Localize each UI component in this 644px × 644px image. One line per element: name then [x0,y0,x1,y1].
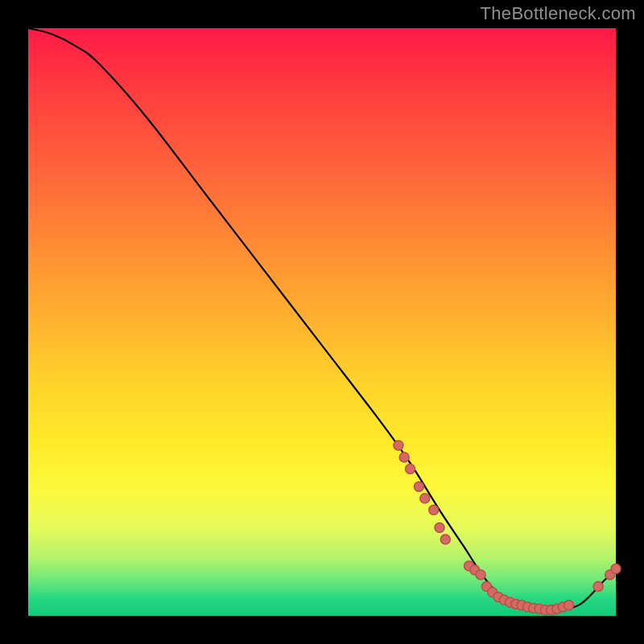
data-marker [435,523,444,533]
chart-svg [28,28,616,616]
data-marker [414,481,423,491]
data-marker [611,564,621,574]
data-marker [394,440,403,450]
data-marker [440,535,450,544]
data-marker [564,601,574,610]
data-marker [593,582,603,592]
data-marker [399,452,409,462]
watermark-text: TheBottleneck.com [481,3,636,24]
data-marker [420,493,430,503]
bottleneck-curve-path [28,28,616,611]
data-marker [476,570,485,580]
data-markers-group [394,440,621,614]
data-marker [406,464,415,474]
data-marker [429,506,439,515]
chart-frame: TheBottleneck.com [0,0,644,644]
